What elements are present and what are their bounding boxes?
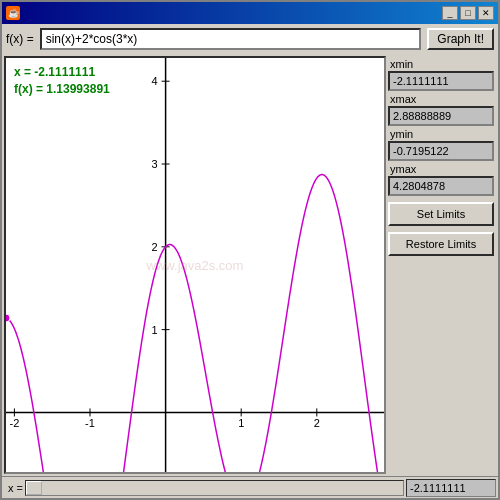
formula-label: f(x) = xyxy=(6,32,34,46)
svg-rect-0 xyxy=(6,58,384,472)
ymax-field: ymax xyxy=(388,163,494,196)
xmax-field: xmax xyxy=(388,93,494,126)
sidebar: xmin xmax ymin ymax Set Limits Restore L… xyxy=(388,54,498,476)
minimize-button[interactable]: _ xyxy=(442,6,458,20)
svg-point-19 xyxy=(6,314,10,322)
status-x-label: x = xyxy=(4,482,23,494)
svg-text:1: 1 xyxy=(238,417,244,429)
formula-input[interactable] xyxy=(40,28,422,50)
graph-canvas[interactable]: x = -2.1111111 f(x) = 1.13993891 www.jav… xyxy=(4,56,386,474)
status-bar: x = -2.1111111 xyxy=(2,476,498,498)
xmin-input[interactable] xyxy=(388,71,494,91)
svg-text:-2: -2 xyxy=(10,417,20,429)
app-icon: ☕ xyxy=(6,6,20,20)
title-text: ☕ xyxy=(6,6,20,20)
svg-text:4: 4 xyxy=(151,75,157,87)
maximize-button[interactable]: □ xyxy=(460,6,476,20)
xmax-input[interactable] xyxy=(388,106,494,126)
ymin-field: ymin xyxy=(388,128,494,161)
svg-text:1: 1 xyxy=(151,324,157,336)
main-area: x = -2.1111111 f(x) = 1.13993891 www.jav… xyxy=(2,54,498,476)
fx-value-display: f(x) = 1.13993891 xyxy=(14,81,110,98)
main-window: ☕ _ □ ✕ f(x) = Graph It! x = -2.1111111 … xyxy=(0,0,500,500)
xmin-label: xmin xyxy=(388,58,494,70)
x-value-display: x = -2.1111111 xyxy=(14,64,110,81)
xmin-field: xmin xyxy=(388,58,494,91)
svg-text:2: 2 xyxy=(151,241,157,253)
title-controls: _ □ ✕ xyxy=(442,6,494,20)
restore-limits-button[interactable]: Restore Limits xyxy=(388,232,494,256)
svg-text:3: 3 xyxy=(151,158,157,170)
graph-button[interactable]: Graph It! xyxy=(427,28,494,50)
close-button[interactable]: ✕ xyxy=(478,6,494,20)
svg-text:-1: -1 xyxy=(85,417,95,429)
graph-info: x = -2.1111111 f(x) = 1.13993891 xyxy=(14,64,110,98)
ymax-label: ymax xyxy=(388,163,494,175)
scroll-thumb xyxy=(26,481,42,495)
set-limits-button[interactable]: Set Limits xyxy=(388,202,494,226)
ymax-input[interactable] xyxy=(388,176,494,196)
svg-text:2: 2 xyxy=(314,417,320,429)
ymin-input[interactable] xyxy=(388,141,494,161)
formula-bar: f(x) = Graph It! xyxy=(2,24,498,54)
ymin-label: ymin xyxy=(388,128,494,140)
graph-svg: -2-1121234 xyxy=(6,58,384,472)
xmax-label: xmax xyxy=(388,93,494,105)
status-scrollbar[interactable] xyxy=(25,480,404,496)
title-bar: ☕ _ □ ✕ xyxy=(2,2,498,24)
status-x-value: -2.1111111 xyxy=(406,479,496,497)
